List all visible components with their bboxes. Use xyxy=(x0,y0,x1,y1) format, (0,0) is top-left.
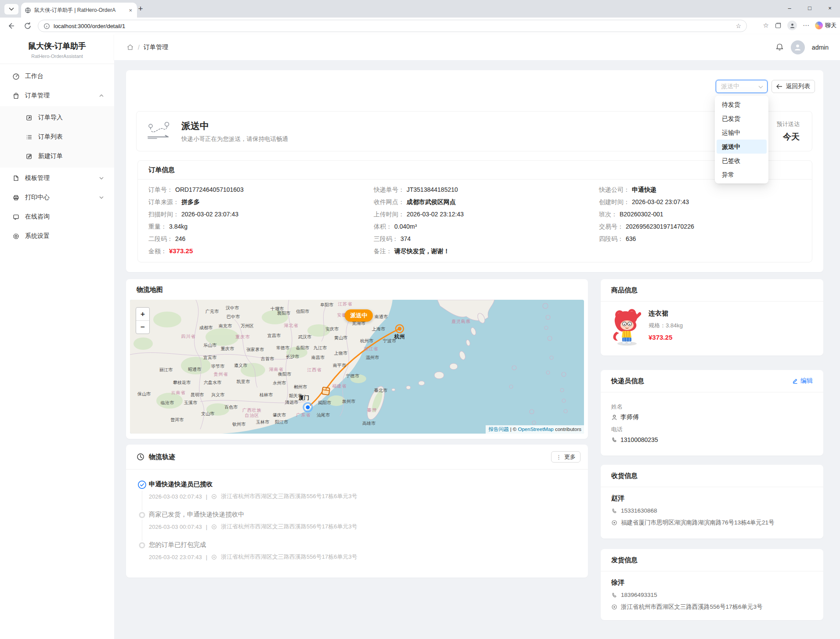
status-option-abnormal[interactable]: 异常 xyxy=(717,168,767,182)
product-card-title: 商品信息 xyxy=(601,279,823,302)
product-image-mascot xyxy=(610,308,641,346)
sidebar-item-template-management[interactable]: 模板管理 xyxy=(0,169,114,187)
map-attribution: 报告问题 | © OpenStreetMap contributors xyxy=(486,425,584,434)
map-city-label: 钦州市 xyxy=(232,421,245,427)
zoom-in-button[interactable]: + xyxy=(136,308,149,320)
zoom-out-button[interactable]: − xyxy=(136,320,149,334)
receiver-address: 福建省厦门市思明区湖滨南路湖滨南路76号13栋4单元21号 xyxy=(611,519,813,527)
order-info-title: 订单信息 xyxy=(138,161,812,179)
osm-link[interactable]: OpenStreetMap xyxy=(518,427,554,432)
sidebar-item-print-center[interactable]: 打印中心 xyxy=(0,189,114,206)
maximize-button[interactable]: □ xyxy=(800,0,820,16)
app-logo: 鼠大侠-订单助手 RatHero-OrderAssistant xyxy=(0,34,114,64)
sender-phone[interactable]: 18396493315 xyxy=(611,592,813,598)
delivery-route-icon xyxy=(146,121,173,142)
browser-tab-bar: 鼠大侠-订单助手 | RatHero-OrderA × + – □ × xyxy=(0,0,840,18)
map-status-badge: 派送中 xyxy=(345,309,373,322)
chevron-down-icon xyxy=(9,7,14,11)
bookmark-star-icon[interactable]: ☆ xyxy=(735,22,741,29)
home-icon[interactable] xyxy=(126,43,134,51)
origin-marker[interactable] xyxy=(396,325,404,333)
sidebar-item-new-order[interactable]: 新建订单 xyxy=(0,147,114,165)
browser-profile-avatar[interactable] xyxy=(787,21,797,30)
copilot-icon xyxy=(815,22,823,29)
status-option-in-transit[interactable]: 运输中 xyxy=(717,126,767,140)
map-province-label: 江西省 xyxy=(307,367,322,373)
chevron-down-icon xyxy=(99,196,104,199)
map-city-label: 武汉市 xyxy=(298,334,311,340)
sidebar-item-label: 系统设置 xyxy=(25,232,50,240)
map-city-label: 攀枝花市 xyxy=(173,380,191,386)
phone-icon xyxy=(611,592,617,598)
browser-menu-icon[interactable]: ⋯ xyxy=(803,22,809,29)
report-problem-link[interactable]: 报告问题 xyxy=(488,427,508,432)
package-marker[interactable] xyxy=(322,387,330,395)
status-banner-text: 派送中 快递小哥正在为您派送，请保持电话畅通 xyxy=(181,120,288,143)
sidebar-item-order-import[interactable]: 订单导入 xyxy=(0,109,114,126)
sidebar-item-order-list[interactable]: 订单列表 xyxy=(0,128,114,146)
sidebar-item-system-settings[interactable]: 系统设置 xyxy=(0,227,114,245)
map-province-label: 广东省 xyxy=(296,412,311,418)
map-city-label: 兴义市 xyxy=(211,392,224,398)
map-city-label: 凯里市 xyxy=(237,379,250,385)
sidebar-item-label: 在线咨询 xyxy=(25,213,50,221)
status-option-delivering[interactable]: 派送中 xyxy=(717,140,767,154)
receiver-phone[interactable]: 15331630868 xyxy=(611,507,813,514)
map-city-label: 玉林市 xyxy=(256,419,269,425)
chat-icon xyxy=(12,213,20,221)
map-city-label: 宜昌市 xyxy=(267,333,281,339)
map-city-label: 上饶市 xyxy=(334,350,347,356)
status-select[interactable]: 派送中 xyxy=(716,80,768,93)
status-option-pending[interactable]: 待发货 xyxy=(717,97,767,111)
more-button[interactable]: ⋮ 更多 xyxy=(551,451,580,463)
order-field: 订单来源：拼多多 xyxy=(148,196,244,208)
collections-icon[interactable] xyxy=(775,22,782,29)
order-field: 快递单号：JT3513844185210 xyxy=(374,183,464,196)
info-icon[interactable] xyxy=(43,23,50,29)
close-button[interactable]: × xyxy=(820,0,840,16)
order-field-amount: 金额：¥373.25 xyxy=(148,245,244,257)
username[interactable]: admin xyxy=(812,44,829,51)
status-option-signed[interactable]: 已签收 xyxy=(717,154,767,168)
bell-icon[interactable] xyxy=(775,43,784,51)
tab-search-button[interactable] xyxy=(4,4,18,14)
phone-icon xyxy=(611,508,617,514)
logistics-map[interactable]: 汉中市十堰市襄阳市信阳市阜阳市广元市巴中市成都市南充市万州区安庆市宜昌市武汉市黄… xyxy=(130,300,584,434)
back-to-list-button[interactable]: 返回列表 xyxy=(772,80,815,93)
map-city-label: 南通市 xyxy=(375,314,388,320)
tab-close-icon[interactable]: × xyxy=(127,7,133,14)
map-city-label: 汕尾市 xyxy=(317,412,330,418)
edit-courier-button[interactable]: 编辑 xyxy=(792,377,813,385)
new-tab-button[interactable]: + xyxy=(135,4,146,14)
favorites-icon[interactable]: ☆ xyxy=(763,22,769,29)
copilot-button[interactable]: 聊天 xyxy=(815,22,836,29)
order-field: 体积：0.040m³ xyxy=(374,220,464,233)
user-avatar[interactable] xyxy=(791,40,805,54)
sidebar-item-workbench[interactable]: 工作台 xyxy=(0,68,114,85)
eta-value: 今天 xyxy=(777,131,800,143)
order-field: 交易号：20269562301971470226 xyxy=(599,220,694,233)
minimize-button[interactable]: – xyxy=(779,0,800,16)
map-city-label: 温州市 xyxy=(366,355,379,361)
order-field: 备注：请尽快发货，谢谢！ xyxy=(374,245,464,257)
map-city-label: 南昌市 xyxy=(311,355,324,361)
courier-phone[interactable]: 13100080235 xyxy=(611,436,813,443)
order-field: 扫描时间：2026-03-02 23:07:43 xyxy=(148,208,244,220)
back-icon[interactable] xyxy=(6,21,16,31)
sidebar-item-online-support[interactable]: 在线咨询 xyxy=(0,208,114,226)
logistics-track-card: 物流轨迹 ⋮ 更多 申通快递快递员已揽收 2026-03-03 02:07:43… xyxy=(126,445,588,578)
status-option-shipped[interactable]: 已发货 xyxy=(717,111,767,126)
breadcrumb-current[interactable]: 订单管理 xyxy=(144,43,168,51)
globe-icon xyxy=(25,7,31,14)
map-city-label: 张家界市 xyxy=(246,347,264,353)
url-field[interactable]: localhost:3000/order/detail/1 ☆ xyxy=(38,20,747,32)
map-city-label: 巴中市 xyxy=(227,314,240,320)
check-circle-icon xyxy=(137,480,147,489)
refresh-icon[interactable] xyxy=(23,21,32,31)
map-city-label: 临沧市 xyxy=(161,400,174,406)
sidebar-item-order-management[interactable]: 订单管理 xyxy=(0,87,114,104)
courier-phone-label: 电话 xyxy=(611,426,813,434)
timeline-item: 申通快递快递员已揽收 2026-03-03 02:07:43 | 浙江省杭州市西… xyxy=(137,480,588,500)
copilot-label: 聊天 xyxy=(825,22,836,29)
browser-tab[interactable]: 鼠大侠-订单助手 | RatHero-OrderA × xyxy=(21,3,137,18)
